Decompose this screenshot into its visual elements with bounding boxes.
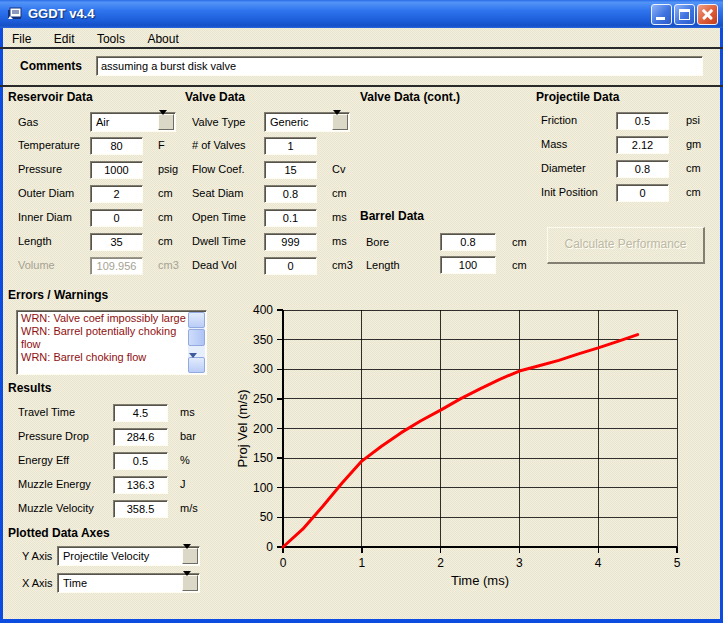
pressure-unit: psig [158, 163, 178, 175]
scroll-up-button[interactable] [188, 312, 205, 328]
arrow-down-icon [189, 353, 197, 375]
chevron-down-icon [333, 110, 341, 136]
muzzle-velocity-label: Muzzle Velocity [18, 502, 94, 514]
open-time-unit: ms [332, 211, 347, 223]
maximize-icon [679, 9, 690, 20]
y-axis-dropdown-button[interactable] [182, 548, 198, 564]
y-axis-select[interactable]: Projectile Velocity [57, 546, 200, 566]
travel-time-output [113, 404, 168, 422]
inner-diam-input[interactable] [90, 209, 143, 227]
comments-input[interactable] [96, 56, 703, 76]
inner-diam-label: Inner Diam [18, 211, 72, 223]
x-axis-select[interactable]: Time [57, 573, 200, 593]
pressure-drop-label: Pressure Drop [18, 430, 89, 442]
y-axis-label: Y Axis [22, 550, 52, 562]
comments-separator [0, 85, 723, 87]
calculate-performance-button[interactable]: Calculate Performance [547, 227, 705, 264]
chart-xlabel: Time (ms) [451, 573, 509, 588]
warning-item[interactable]: WRN: Barrel choking flow [21, 351, 186, 364]
diameter-input[interactable] [616, 160, 669, 178]
volume-unit: cm3 [158, 259, 179, 271]
dwell-time-input[interactable] [264, 233, 317, 251]
reservoir-length-input[interactable] [90, 233, 143, 251]
pressure-drop-unit: bar [180, 430, 196, 442]
minimize-button[interactable] [651, 4, 672, 25]
gas-label: Gas [18, 116, 38, 128]
bore-input[interactable] [440, 233, 496, 251]
barrel-length-label: Length [366, 259, 400, 271]
app-icon [7, 6, 23, 22]
reservoir-length-label: Length [18, 235, 52, 247]
seat-diam-unit: cm [332, 187, 347, 199]
svg-text:2: 2 [437, 556, 444, 570]
svg-text:50: 50 [260, 510, 274, 524]
svg-text:3: 3 [516, 556, 523, 570]
mass-input[interactable] [616, 136, 669, 154]
window-border-bottom [0, 619, 723, 623]
diameter-label: Diameter [541, 162, 586, 174]
warnings-listbox[interactable]: WRN: Valve coef impossibly large WRN: Ba… [16, 310, 207, 375]
outer-diam-input[interactable] [90, 185, 143, 203]
titlebar[interactable]: GGDT v4.4 [0, 0, 723, 28]
dead-vol-unit: cm3 [332, 259, 353, 271]
warning-item[interactable]: WRN: Valve coef impossibly large [21, 312, 186, 325]
minimize-icon [656, 17, 665, 20]
flow-coef-input[interactable] [264, 161, 317, 179]
warning-item[interactable]: WRN: Barrel potentially choking flow [21, 325, 186, 351]
muzzle-velocity-unit: m/s [180, 502, 198, 514]
window-border-left [0, 28, 3, 623]
menu-file[interactable]: File [3, 31, 40, 46]
x-axis-dropdown-button[interactable] [182, 575, 198, 591]
seat-diam-label: Seat Diam [192, 187, 243, 199]
pressure-label: Pressure [18, 163, 62, 175]
menu-tools[interactable]: Tools [88, 31, 134, 46]
dead-vol-input[interactable] [264, 257, 317, 275]
temperature-label: Temperature [18, 139, 80, 151]
close-button[interactable] [697, 4, 718, 25]
temperature-input[interactable] [90, 137, 143, 155]
flow-coef-unit: Cv [332, 163, 345, 175]
travel-time-unit: ms [180, 406, 195, 418]
valve-type-select[interactable]: Generic [264, 112, 350, 132]
svg-text:0: 0 [280, 556, 287, 570]
scrollbar-thumb[interactable] [188, 329, 205, 346]
valve-type-dropdown-button[interactable] [332, 114, 348, 130]
init-position-label: Init Position [541, 186, 598, 198]
bore-label: Bore [366, 236, 389, 248]
energy-eff-label: Energy Eff [18, 454, 69, 466]
friction-unit: psi [686, 114, 700, 126]
mass-label: Mass [541, 138, 567, 150]
init-position-input[interactable] [616, 184, 669, 202]
svg-text:100: 100 [253, 481, 273, 495]
friction-input[interactable] [616, 112, 669, 130]
flow-coef-label: Flow Coef. [192, 163, 245, 175]
bore-unit: cm [512, 236, 527, 248]
valve-section-title: Valve Data [185, 90, 245, 104]
muzzle-velocity-output [113, 500, 168, 518]
gas-select[interactable]: Air [90, 112, 176, 132]
reservoir-length-unit: cm [158, 235, 173, 247]
seat-diam-input[interactable] [264, 185, 317, 203]
barrel-length-input[interactable] [440, 256, 496, 274]
num-valves-input[interactable] [264, 137, 317, 155]
chart-ylabel: Proj Vel (m/s) [235, 389, 250, 467]
maximize-button[interactable] [674, 4, 695, 25]
dwell-time-label: Dwell Time [192, 235, 246, 247]
energy-eff-unit: % [180, 454, 190, 466]
muzzle-energy-label: Muzzle Energy [18, 478, 91, 490]
diameter-unit: cm [686, 162, 701, 174]
init-position-unit: cm [686, 186, 701, 198]
scroll-down-button[interactable] [188, 357, 205, 373]
valve-cont-section-title: Valve Data (cont.) [360, 90, 460, 104]
pressure-input[interactable] [90, 161, 143, 179]
menubar: File Edit Tools About [3, 29, 720, 47]
chevron-down-icon [159, 110, 167, 136]
svg-text:250: 250 [253, 392, 273, 406]
volume-label: Volume [18, 259, 55, 271]
gas-select-dropdown-button[interactable] [158, 114, 174, 130]
menu-edit[interactable]: Edit [45, 31, 84, 46]
menu-about[interactable]: About [138, 31, 187, 46]
mass-unit: gm [686, 138, 701, 150]
open-time-input[interactable] [264, 209, 317, 227]
warnings-scrollbar[interactable] [188, 312, 205, 373]
